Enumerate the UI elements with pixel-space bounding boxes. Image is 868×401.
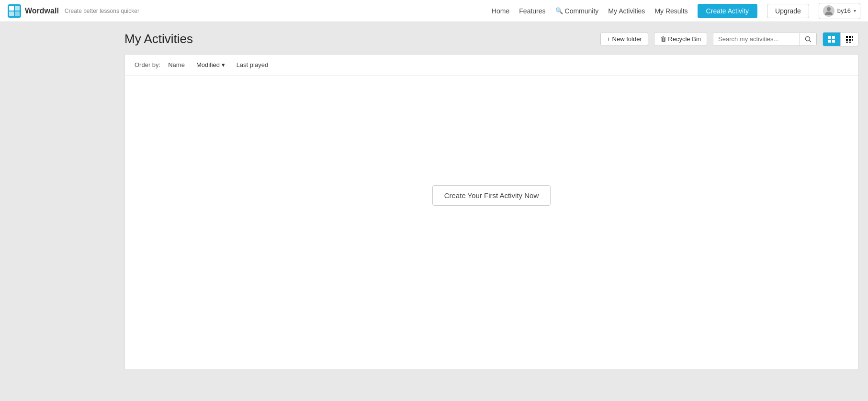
svg-rect-18: [846, 42, 848, 43]
svg-rect-13: [849, 36, 851, 38]
order-modified-option[interactable]: Modified ▾: [194, 60, 227, 69]
order-by-label: Order by:: [135, 61, 160, 68]
brand-name: Wordwall: [25, 7, 59, 15]
search-input[interactable]: [713, 33, 800, 45]
recycle-bin-button[interactable]: 🗑 Recycle Bin: [654, 32, 707, 46]
create-first-activity-button[interactable]: Create Your First Activity Now: [432, 185, 551, 206]
user-menu[interactable]: by16 ▾: [819, 3, 860, 19]
svg-point-6: [806, 36, 810, 41]
empty-state: Create Your First Activity Now: [125, 76, 858, 315]
nav-features[interactable]: Features: [519, 7, 545, 15]
content-area: My Activities + New folder 🗑 Recycle Bin: [115, 22, 868, 401]
search-button[interactable]: [800, 33, 816, 45]
navbar: Wordwall Create better lessons quicker H…: [0, 0, 868, 22]
svg-rect-4: [15, 11, 20, 16]
svg-rect-19: [849, 42, 851, 43]
nav-my-results[interactable]: My Results: [654, 7, 688, 15]
svg-rect-1: [9, 6, 14, 11]
user-name: by16: [837, 7, 851, 14]
main-layout: My Activities + New folder 🗑 Recycle Bin: [0, 22, 868, 401]
nav-my-activities[interactable]: My Activities: [608, 7, 645, 15]
user-icon: [823, 5, 834, 17]
svg-rect-15: [846, 39, 848, 41]
svg-rect-8: [828, 36, 831, 39]
create-activity-button[interactable]: Create Activity: [698, 4, 757, 18]
search-bar: [713, 32, 817, 46]
new-folder-button[interactable]: + New folder: [600, 32, 648, 46]
content-panel: Order by: Name Modified ▾ Last played Cr…: [124, 54, 858, 370]
order-name-option[interactable]: Name: [166, 60, 187, 69]
search-icon-small: 🔍: [555, 7, 563, 14]
page-header: My Activities + New folder 🗑 Recycle Bin: [124, 32, 858, 46]
svg-rect-12: [846, 36, 848, 38]
list-view-button[interactable]: [840, 33, 858, 46]
page-title: My Activities: [124, 32, 193, 46]
svg-line-7: [810, 40, 812, 42]
list-icon: [845, 35, 853, 43]
svg-rect-10: [828, 40, 831, 43]
upgrade-button[interactable]: Upgrade: [767, 4, 809, 18]
svg-rect-2: [15, 6, 20, 11]
brand-tagline: Create better lessons quicker: [65, 8, 139, 14]
nav-community[interactable]: 🔍 Community: [555, 7, 599, 15]
svg-rect-9: [832, 36, 835, 39]
view-toggle: [823, 32, 858, 46]
svg-point-5: [827, 7, 831, 11]
grid-icon: [828, 35, 835, 43]
search-icon: [805, 36, 812, 43]
sidebar: [0, 22, 115, 401]
svg-rect-11: [832, 40, 835, 43]
wordwall-logo: [8, 4, 21, 18]
svg-rect-17: [852, 39, 853, 41]
avatar: [823, 5, 834, 17]
order-bar: Order by: Name Modified ▾ Last played: [125, 55, 858, 76]
svg-rect-16: [849, 39, 851, 41]
chevron-down-icon: ▾: [854, 8, 856, 13]
sort-arrow-icon: ▾: [222, 61, 225, 68]
main-nav: Home Features 🔍 Community My Activities …: [492, 3, 860, 19]
grid-view-button[interactable]: [823, 33, 840, 46]
nav-home[interactable]: Home: [492, 7, 509, 15]
svg-rect-14: [852, 36, 853, 38]
brand[interactable]: Wordwall: [8, 4, 59, 18]
svg-rect-3: [9, 11, 14, 16]
order-last-played-option[interactable]: Last played: [235, 60, 271, 69]
